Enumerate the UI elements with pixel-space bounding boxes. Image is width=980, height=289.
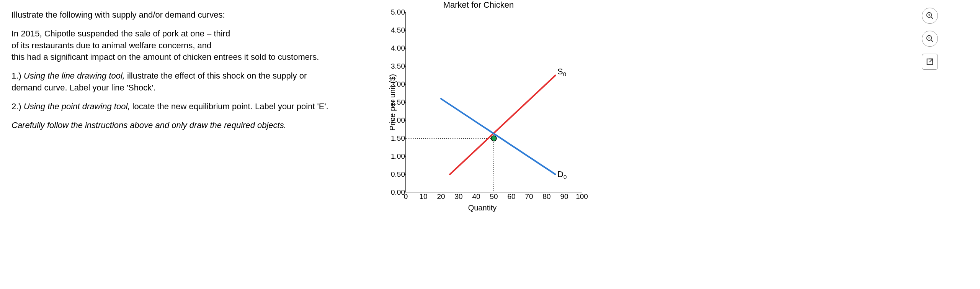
chart-toolbar <box>922 8 938 70</box>
demand-curve[interactable] <box>441 99 555 174</box>
expand-button[interactable] <box>922 54 938 70</box>
zoom-out-icon <box>926 34 934 43</box>
expand-icon <box>926 57 934 66</box>
caution-text: Carefully follow the instructions above … <box>11 120 337 131</box>
plot-area[interactable]: Price per unit ($) 5.00 4.50 4.00 3.50 3… <box>383 12 582 192</box>
supply-curve[interactable] <box>450 76 555 175</box>
x-axis-ticks: 0 10 20 30 40 50 60 70 80 90 100 <box>406 192 582 202</box>
zoom-in-button[interactable] <box>922 8 938 24</box>
svg-line-29 <box>931 40 933 42</box>
scenario-text: In 2015, Chipotle suspended the sale of … <box>11 28 337 63</box>
demand-label: D0 <box>557 169 567 180</box>
svg-line-25 <box>931 17 933 19</box>
zoom-in-icon <box>926 11 934 20</box>
equilibrium-point[interactable] <box>491 136 497 141</box>
intro-text: Illustrate the following with supply and… <box>11 9 337 21</box>
chart-panel: Market for Chicken Price per unit ($) 5.… <box>345 0 980 289</box>
svg-line-32 <box>929 59 933 62</box>
x-axis-label: Quantity <box>468 204 497 212</box>
question-panel: Illustrate the following with supply and… <box>0 0 345 289</box>
supply-label: S0 <box>557 67 566 77</box>
chart-svg[interactable] <box>383 12 582 192</box>
zoom-out-button[interactable] <box>922 31 938 47</box>
step1-text: 1.) Using the line drawing tool, illustr… <box>11 70 337 94</box>
step2-text: 2.) Using the point drawing tool, locate… <box>11 101 337 113</box>
